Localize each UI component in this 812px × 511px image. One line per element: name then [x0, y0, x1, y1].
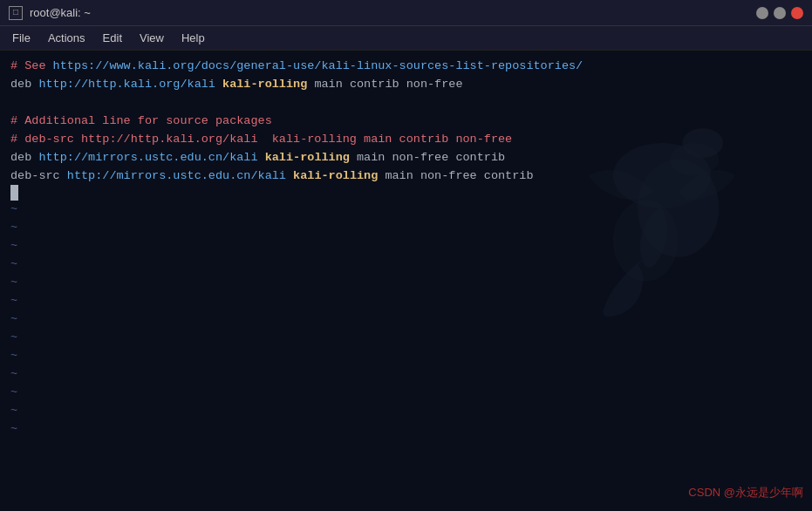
titlebar-title: root@kali: ~: [30, 6, 91, 19]
line-7: deb-src http://mirrors.ustc.edu.cn/kali …: [10, 167, 802, 186]
window-icon: □: [9, 6, 23, 20]
cursor-block: [10, 185, 18, 201]
tilde-6: ~: [10, 292, 802, 310]
line-3: [10, 94, 802, 112]
close-button[interactable]: [791, 7, 803, 19]
cursor-line: [10, 185, 802, 201]
tilde-8: ~: [10, 329, 802, 347]
line-2: deb http://http.kali.org/kali kali-rolli…: [10, 76, 802, 94]
tilde-13: ~: [10, 420, 802, 439]
tilde-5: ~: [10, 274, 802, 292]
tilde-7: ~: [10, 310, 802, 329]
line-6: deb http://mirrors.ustc.edu.cn/kali kali…: [10, 149, 802, 167]
menu-view[interactable]: View: [133, 29, 171, 47]
tilde-3: ~: [10, 237, 802, 256]
menu-file[interactable]: File: [5, 29, 38, 47]
menu-help[interactable]: Help: [174, 29, 212, 47]
menu-actions[interactable]: Actions: [41, 29, 92, 47]
tilde-4: ~: [10, 256, 802, 274]
tilde-2: ~: [10, 219, 802, 237]
line-5: # deb-src http://http.kali.org/kali kali…: [10, 131, 802, 149]
minimize-button[interactable]: [756, 7, 768, 19]
tilde-11: ~: [10, 384, 802, 402]
watermark-text: CSDN @永远是少年啊: [688, 485, 803, 501]
maximize-button[interactable]: [774, 7, 786, 19]
line-1: # See https://www.kali.org/docs/general-…: [10, 58, 802, 76]
menubar: File Actions Edit View Help: [0, 26, 812, 51]
line-4: # Additional line for source packages: [10, 112, 802, 131]
editor-area: # See https://www.kali.org/docs/general-…: [0, 51, 812, 511]
tilde-9: ~: [10, 347, 802, 365]
titlebar-left: □ root@kali: ~: [9, 6, 91, 20]
titlebar: □ root@kali: ~: [0, 0, 812, 26]
menu-edit[interactable]: Edit: [96, 29, 129, 47]
titlebar-buttons: [756, 7, 803, 19]
tilde-12: ~: [10, 402, 802, 420]
tilde-1: ~: [10, 201, 802, 219]
tilde-10: ~: [10, 365, 802, 384]
